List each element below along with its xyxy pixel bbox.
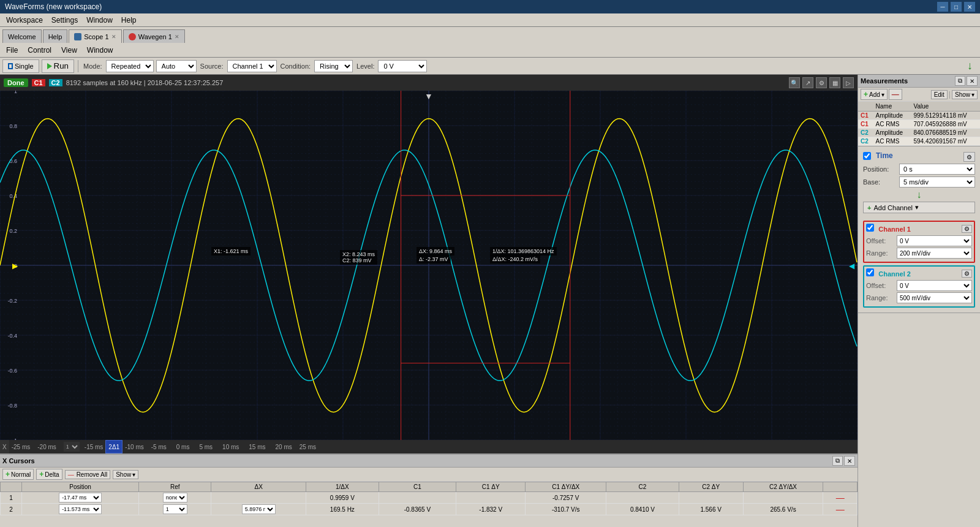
show-label: Show <box>116 471 131 478</box>
meas-remove-btn[interactable]: — <box>889 89 902 100</box>
ch2-name: Channel 2 <box>878 270 911 278</box>
meas-show-btn[interactable]: Show ▾ <box>952 90 978 99</box>
scope-settings-btn[interactable]: ⚙ <box>816 77 827 88</box>
restore-button[interactable]: □ <box>951 2 962 12</box>
cursor1-select[interactable]: 12 <box>61 442 82 452</box>
xcursors-remove-all-btn[interactable]: — Remove All <box>65 470 111 479</box>
col-name: Name <box>873 102 911 112</box>
ch2-offset-label: Offset: <box>866 282 897 289</box>
ch1-offset-select[interactable]: 0 V <box>897 235 972 246</box>
row1-delete[interactable]: — <box>823 492 858 504</box>
mode-select[interactable]: Repeated Single Normal Screen <box>106 60 154 72</box>
tab-wavegen-label: Wavegen 1 <box>138 33 172 40</box>
scope-canvas-area[interactable]: X1: -1.621 ms X2: 8.243 ms C2: 839 mV ΔX… <box>0 91 858 440</box>
meas-sep: | <box>949 90 951 99</box>
ch1-range-select[interactable]: 200 mV/div 500 mV/div 1 V/div <box>897 248 972 259</box>
ch2-settings-btn[interactable]: ⚙ <box>962 270 972 278</box>
row2-dx[interactable]: 5.8976 ms <box>211 504 306 515</box>
close-button[interactable]: ✕ <box>964 2 975 12</box>
row1-dx <box>211 492 306 504</box>
meas-val-3: 594.420691567 mV <box>911 137 980 146</box>
xcursors-table-wrap: Position Ref ΔX 1/ΔX C1 C1 ΔY C1 ΔY/ΔX C… <box>0 482 858 515</box>
xcursors-delta-btn[interactable]: + Delta <box>36 469 62 480</box>
source-select[interactable]: Channel 1 Channel 2 <box>227 60 277 72</box>
x-axis-bar: X -25 ms -20 ms 12 -15 ms 2Δ1 -10 ms -5 … <box>0 440 858 453</box>
condition-select[interactable]: Rising Falling Either <box>314 60 353 72</box>
minimize-button[interactable]: ─ <box>937 2 948 12</box>
ch2-range-select[interactable]: 500 mV/div 200 mV/div 1 V/div <box>897 292 972 303</box>
x-negative15: -15 ms <box>82 444 106 450</box>
scope-icon-bar: 🔍 ↗ ⚙ ▦ ▷ <box>789 77 854 88</box>
title-bar: WaveForms (new workspace) ─ □ ✕ <box>0 0 980 13</box>
xcursors-normal-btn[interactable]: + Normal <box>2 469 34 480</box>
menu-window[interactable]: Window <box>83 15 116 26</box>
ch2-range-row: Range: 500 mV/div 200 mV/div 1 V/div <box>866 292 972 303</box>
ch2-offset-select[interactable]: 0 V <box>897 280 972 291</box>
menu-bar: Workspace Settings Window Help <box>0 13 980 27</box>
meas-restore-btn[interactable]: ⧉ <box>955 76 965 86</box>
single-button[interactable]: Single <box>2 59 39 73</box>
scope-export-btn[interactable]: ↗ <box>802 77 813 88</box>
window-menu[interactable]: Window <box>83 45 117 56</box>
time-checkbox[interactable] <box>863 152 871 160</box>
wavegen-tab-icon <box>129 33 136 40</box>
add-channel-button[interactable]: + Add Channel ▾ <box>863 202 975 213</box>
file-menu[interactable]: File <box>2 45 21 56</box>
ch2-title-wrap: Channel 2 <box>866 268 911 278</box>
tab-bar: Welcome Help Scope 1 ✕ Wavegen 1 ✕ <box>0 27 980 43</box>
tab-wavegen[interactable]: Wavegen 1 ✕ <box>123 29 185 43</box>
col-c2-dy-dx: C2 ΔY/ΔX <box>743 482 823 492</box>
row1-c1-dy-dx: -0.7257 V <box>526 492 606 504</box>
tab-help[interactable]: Help <box>43 29 68 43</box>
ch1-settings-btn[interactable]: ⚙ <box>962 225 972 233</box>
control-menu[interactable]: Control <box>24 45 55 56</box>
tab-wavegen-close[interactable]: ✕ <box>175 34 179 40</box>
ch1-range-label: Range: <box>866 249 897 257</box>
ch1-checkbox[interactable] <box>866 224 874 232</box>
meas-row-3: C2 AC RMS 594.420691567 mV <box>858 137 980 146</box>
base-label: Base: <box>863 178 897 186</box>
scope-zoom-btn[interactable]: 🔍 <box>789 77 800 88</box>
xcursors-show-btn[interactable]: Show ▾ <box>113 470 138 479</box>
row2-position[interactable]: -11.573 ms <box>22 504 139 515</box>
xcursors-close-btn[interactable]: ✕ <box>844 456 855 466</box>
condition-label: Condition: <box>281 63 311 70</box>
base-select[interactable]: 5 ms/div 1 ms/div 10 ms/div <box>899 176 975 188</box>
view-menu[interactable]: View <box>58 45 81 56</box>
ch1-badge: C1 <box>32 79 45 86</box>
tab-welcome[interactable]: Welcome <box>2 29 42 43</box>
trigger-arrow: ↓ <box>967 59 973 72</box>
ch2-checkbox[interactable] <box>866 268 874 276</box>
ch2-badge: C2 <box>49 79 62 86</box>
time-settings-btn[interactable]: ⚙ <box>963 152 975 162</box>
scope-close-btn[interactable]: ▷ <box>843 77 854 88</box>
meas-row-0: C1 Amplitude 999.512914118 mV <box>858 112 980 120</box>
meas-edit-btn[interactable]: Edit <box>931 90 948 99</box>
auto-select[interactable]: Auto Normal Force <box>156 60 197 72</box>
menu-workspace[interactable]: Workspace <box>2 15 47 26</box>
ch1-name: Channel 1 <box>878 226 911 233</box>
scope-more-btn[interactable]: ▦ <box>829 77 840 88</box>
meas-add-btn[interactable]: + Add ▾ <box>861 89 888 100</box>
position-select[interactable]: 0 s <box>899 164 975 175</box>
meas-close-btn[interactable]: ✕ <box>967 76 978 86</box>
row1-ref[interactable]: none1 <box>139 492 211 504</box>
row2-ref[interactable]: 1none <box>139 504 211 515</box>
level-select[interactable]: 0 V -1 V 1 V <box>378 60 427 72</box>
x-pos20: 20 ms <box>271 444 297 450</box>
tab-scope[interactable]: Scope 1 ✕ <box>69 29 121 43</box>
time-panel: Time ⚙ Position: 0 s Base: 5 ms/div 1 ms… <box>858 146 980 313</box>
menu-settings[interactable]: Settings <box>48 15 81 26</box>
run-button[interactable]: Run <box>42 59 74 73</box>
tab-scope-close[interactable]: ✕ <box>111 34 116 40</box>
row1-c2-dy <box>679 492 743 504</box>
col-c1: C1 <box>379 482 456 492</box>
row2-delete[interactable]: — <box>823 504 858 515</box>
show-chevron: ▾ <box>132 471 135 478</box>
app-title: WaveForms (new workspace) <box>5 2 102 11</box>
row1-position[interactable]: -17.47 ms <box>22 492 139 504</box>
col-c2: C2 <box>606 482 679 492</box>
xcursors-restore-btn[interactable]: ⧉ <box>832 456 843 466</box>
menu-help[interactable]: Help <box>118 15 140 26</box>
delta-plus-icon: + <box>39 470 43 479</box>
